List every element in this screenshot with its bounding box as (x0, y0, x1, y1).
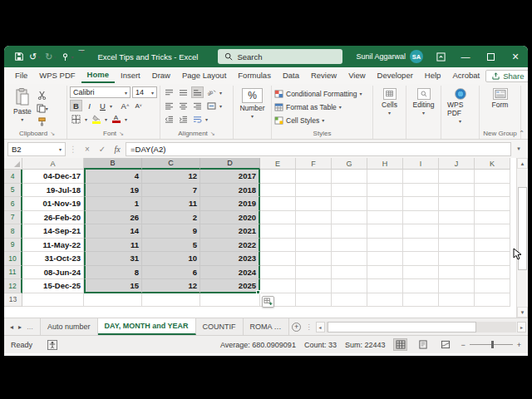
increase-indent-button[interactable] (177, 113, 190, 125)
column-header-h[interactable]: H (367, 158, 403, 170)
fill-handle[interactable] (256, 290, 260, 294)
auto-fill-options-button[interactable] (262, 296, 274, 308)
cell[interactable] (439, 279, 475, 293)
row-header[interactable]: 8 (4, 224, 22, 239)
font-dialog-launcher[interactable]: ↘ (119, 131, 124, 137)
cell[interactable] (367, 266, 403, 280)
cell[interactable] (367, 184, 403, 198)
cell[interactable] (367, 224, 403, 239)
row-header[interactable]: 7 (4, 211, 22, 225)
tab-review[interactable]: Review (305, 69, 342, 82)
zoom-slider-track[interactable] (470, 344, 513, 345)
redo-button[interactable]: ↻▾ (43, 48, 57, 65)
orientation-button[interactable]: ab (205, 86, 218, 98)
enter-button[interactable]: ✓ (96, 142, 109, 155)
cell[interactable] (475, 239, 510, 253)
cell[interactable] (332, 239, 367, 253)
cell[interactable] (439, 184, 475, 198)
decrease-font-size-button[interactable]: A˅ (132, 100, 145, 111)
cell[interactable] (367, 279, 403, 293)
formula-bar-splitter[interactable]: ⋮ (67, 145, 79, 154)
cell[interactable] (332, 293, 367, 308)
collapse-ribbon-button[interactable]: ⌃ (519, 130, 525, 137)
cell-a7[interactable]: 26-Feb-20 (22, 211, 84, 225)
cell[interactable] (260, 224, 296, 239)
save-button[interactable] (12, 48, 26, 65)
cell[interactable] (296, 279, 332, 293)
tab-page-layout[interactable]: Page Layout (176, 69, 232, 82)
select-all-button[interactable] (4, 158, 22, 170)
horizontal-scroll-track[interactable] (326, 322, 516, 332)
cell[interactable] (367, 170, 403, 184)
column-header-b[interactable]: B (84, 158, 142, 170)
cell-b9[interactable]: 11 (84, 239, 142, 253)
status-count[interactable]: Count: 33 (304, 341, 337, 349)
tab-draw[interactable]: Draw (146, 69, 176, 82)
expand-formula-bar-button[interactable]: ▾ (513, 145, 525, 152)
cell-c7[interactable]: 2 (142, 211, 200, 225)
column-header-a[interactable]: A (22, 158, 84, 170)
tab-home[interactable]: Home (81, 68, 115, 83)
row-header[interactable]: 9 (4, 239, 22, 253)
tab-insert[interactable]: Insert (115, 69, 146, 82)
cell[interactable] (475, 184, 510, 198)
cell[interactable] (439, 252, 475, 266)
cell[interactable] (439, 293, 475, 308)
customize-qat-button[interactable]: — ▾ (76, 48, 86, 65)
sheet-tab-countif[interactable]: COUNTIF (196, 318, 244, 335)
cut-button[interactable] (35, 89, 50, 101)
cell[interactable] (367, 293, 403, 308)
cell[interactable] (439, 211, 475, 225)
cell[interactable] (296, 224, 332, 239)
cell[interactable] (332, 170, 367, 184)
vertical-scrollbar[interactable]: ▲ ▼ (516, 158, 528, 318)
cancel-button[interactable]: × (81, 142, 94, 155)
cell[interactable] (296, 170, 332, 184)
scroll-right-arrow[interactable]: ▸ (517, 322, 526, 332)
copy-button[interactable]: ▾ (35, 102, 50, 114)
cell[interactable] (332, 252, 367, 266)
column-header-d[interactable]: D (200, 158, 260, 170)
wps-pdf-button[interactable]: WPS PDF ▾ (444, 86, 476, 126)
wrap-text-button[interactable] (191, 113, 204, 125)
cell-a5[interactable]: 19-Jul-18 (22, 184, 84, 198)
font-name-combo[interactable]: Calibri▾ (70, 86, 131, 98)
cell[interactable] (296, 211, 332, 225)
page-break-preview-button[interactable] (438, 338, 452, 351)
cell[interactable] (332, 279, 367, 293)
tab-acrobat[interactable]: Acrobat (446, 69, 485, 82)
name-box[interactable]: B2 ▾ (7, 142, 66, 156)
scroll-down-arrow[interactable]: ▼ (517, 307, 528, 318)
cell-b13[interactable] (84, 293, 142, 308)
horizontal-scrollbar[interactable]: ◂ ▸ (314, 318, 528, 335)
cell-b10[interactable]: 31 (84, 252, 142, 266)
cell[interactable] (403, 224, 439, 239)
sheet-next-button[interactable]: ▸ (18, 323, 22, 331)
cell[interactable] (403, 184, 439, 198)
cell[interactable] (296, 293, 332, 308)
format-painter-button[interactable] (35, 116, 50, 127)
top-align-button[interactable] (163, 86, 175, 98)
tabbar-splitter[interactable]: ⋮ (304, 318, 314, 335)
cell[interactable] (332, 224, 367, 239)
cell[interactable] (403, 197, 439, 211)
cell-c6[interactable]: 11 (142, 197, 200, 211)
cell[interactable] (403, 239, 439, 253)
scroll-up-arrow[interactable]: ▲ (517, 158, 528, 169)
insert-function-button[interactable]: fx (111, 142, 124, 155)
cell-c8[interactable]: 9 (142, 224, 200, 239)
cell[interactable] (260, 211, 296, 225)
cell[interactable] (475, 293, 510, 308)
cell[interactable] (475, 224, 510, 239)
cell-d8[interactable]: 2021 (200, 224, 260, 239)
cell-c4[interactable]: 12 (142, 170, 200, 184)
cell-b11[interactable]: 8 (84, 266, 142, 280)
cell[interactable] (439, 224, 475, 239)
cell-c12[interactable]: 12 (142, 279, 200, 293)
cell-d5[interactable]: 2018 (200, 184, 260, 198)
page-layout-view-button[interactable] (416, 338, 430, 351)
formula-input[interactable]: =DAY(A2) (126, 142, 511, 156)
cell-b7[interactable]: 26 (84, 211, 142, 225)
cell[interactable] (296, 252, 332, 266)
cell[interactable] (296, 239, 332, 253)
